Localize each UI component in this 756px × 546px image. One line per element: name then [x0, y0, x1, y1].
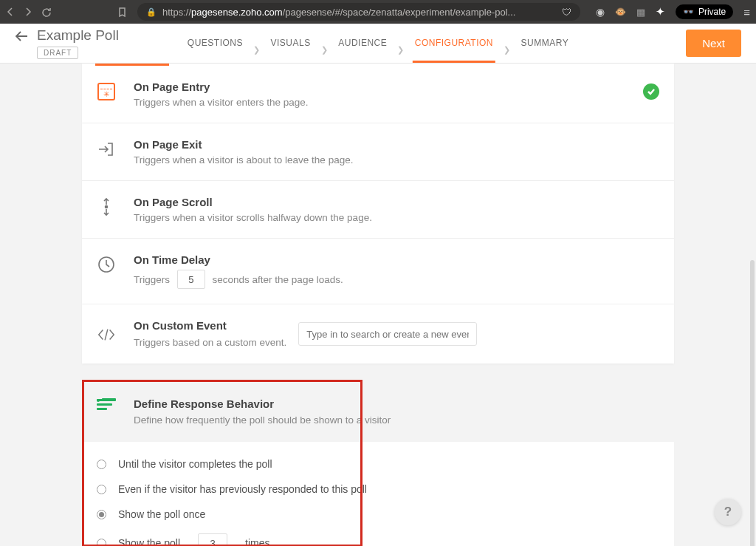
bookmark-icon[interactable]: [117, 7, 127, 18]
step-visuals[interactable]: VISUALS: [271, 38, 311, 63]
wizard-steps: QUESTIONS❯ VISUALS❯ AUDIENCE❯ CONFIGURAT…: [188, 38, 568, 63]
trigger-page-scroll[interactable]: On Page Scroll Triggers when a visitor s…: [82, 181, 674, 239]
url-bar[interactable]: 🔒 https://pagesense.zoho.com/pagesense/#…: [137, 3, 580, 21]
response-subtitle: Define how frequently the poll should be…: [134, 414, 391, 426]
trigger-page-exit[interactable]: On Page Exit Triggers when a visitor is …: [82, 123, 674, 181]
trigger-title: On Page Entry: [134, 81, 309, 93]
custom-event-input[interactable]: [298, 322, 477, 346]
trigger-desc: Triggers when a visitor enters the page.: [134, 97, 309, 108]
option-label: Even if the visitor has previously respo…: [118, 483, 367, 495]
trigger-custom-event[interactable]: On Custom Event Triggers based on a cust…: [82, 304, 674, 364]
option-label: Until the visitor completes the poll: [118, 458, 272, 470]
trigger-time-delay[interactable]: On Time Delay Triggers seconds after the…: [82, 239, 674, 304]
response-option-n-times[interactable]: Show the poll times: [97, 533, 659, 546]
trigger-desc: Triggers seconds after the page loads.: [134, 270, 343, 289]
response-header: Define Response Behavior Define how freq…: [82, 381, 674, 442]
radio-icon[interactable]: [97, 485, 106, 494]
radio-icon[interactable]: [97, 460, 106, 469]
response-option-once[interactable]: Show the poll once: [97, 508, 659, 520]
step-summary[interactable]: SUMMARY: [521, 38, 569, 63]
step-questions[interactable]: QUESTIONS: [188, 38, 243, 63]
glasses-icon: 👓: [683, 7, 694, 17]
radio-icon[interactable]: [97, 539, 106, 547]
response-behavior-panel: Define Response Behavior Define how freq…: [82, 381, 674, 546]
selected-check-icon: [643, 83, 659, 100]
trigger-page-entry[interactable]: ✳ On Page Entry Triggers when a visitor …: [82, 66, 674, 123]
brave-shield-icon[interactable]: 🛡: [562, 7, 571, 18]
response-title: Define Response Behavior: [134, 397, 391, 410]
trigger-title: On Page Scroll: [134, 196, 372, 208]
triggers-panel: ✳ On Page Entry Triggers when a visitor …: [82, 64, 674, 364]
nav-forward-icon[interactable]: [24, 7, 32, 17]
ext-icon-2[interactable]: 🐵: [615, 7, 626, 17]
next-button[interactable]: Next: [686, 30, 741, 57]
private-badge: 👓 Private: [676, 4, 733, 19]
private-label: Private: [698, 7, 726, 17]
ext-icon-3[interactable]: ▩: [636, 7, 645, 18]
trigger-title: On Time Delay: [134, 253, 343, 266]
url-text: https://pagesense.zoho.com/pagesense/#/s…: [162, 7, 556, 18]
app-header: Example Poll DRAFT QUESTIONS❯ VISUALS❯ A…: [0, 24, 756, 64]
lock-icon: 🔒: [146, 7, 157, 17]
step-configuration[interactable]: CONFIGURATION: [415, 38, 493, 63]
response-option-complete[interactable]: Until the visitor completes the poll: [97, 458, 659, 470]
response-option-previously[interactable]: Even if the visitor has previously respo…: [97, 483, 659, 495]
page-entry-icon: ✳: [97, 83, 115, 100]
page-exit-icon: [97, 140, 116, 159]
status-badge: DRAFT: [37, 47, 78, 59]
radio-icon[interactable]: [97, 510, 106, 519]
menu-icon[interactable]: ≡: [743, 6, 750, 18]
svg-point-0: [106, 206, 108, 208]
back-button[interactable]: [15, 30, 28, 45]
trigger-title: On Custom Event: [134, 319, 286, 332]
trigger-title: On Page Exit: [134, 138, 353, 151]
custom-event-icon: [97, 325, 116, 344]
trigger-desc: Triggers when a visitor scrolls halfway …: [134, 212, 372, 223]
option-label-post: times: [245, 537, 269, 546]
delay-seconds-input[interactable]: [177, 270, 205, 289]
help-button[interactable]: ?: [715, 499, 741, 525]
response-icon: [97, 399, 116, 418]
ext-icon-1[interactable]: ◉: [596, 6, 605, 18]
nav-back-icon[interactable]: [6, 7, 15, 17]
extensions-icon[interactable]: ✦: [656, 5, 665, 18]
trigger-desc: Triggers based on a custom event.: [134, 337, 286, 348]
page-title: Example Poll: [37, 27, 119, 44]
scrollbar[interactable]: [750, 260, 755, 546]
option-label: Show the poll once: [118, 508, 205, 520]
page-scroll-icon: [97, 197, 116, 216]
option-label-pre: Show the poll: [118, 537, 180, 546]
nav-reload-icon[interactable]: [41, 7, 52, 18]
trigger-desc: Triggers when a visitor is about to leav…: [134, 154, 353, 165]
time-delay-icon: [97, 255, 116, 274]
step-audience[interactable]: AUDIENCE: [338, 38, 387, 63]
show-times-input[interactable]: [198, 533, 227, 546]
browser-chrome: 🔒 https://pagesense.zoho.com/pagesense/#…: [0, 0, 756, 24]
